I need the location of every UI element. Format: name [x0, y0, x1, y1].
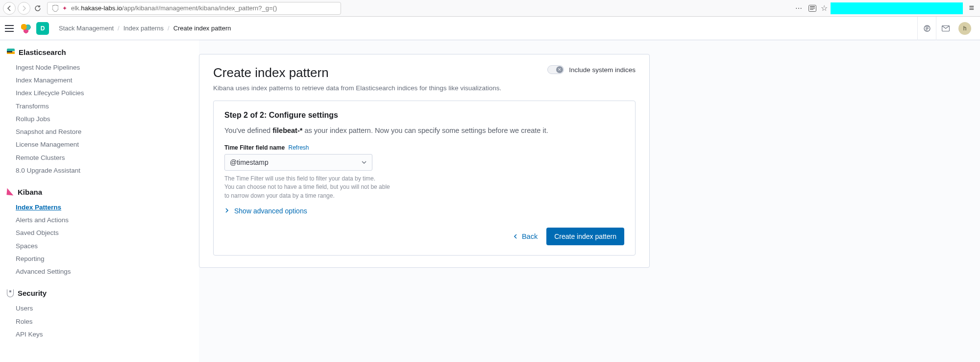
security-shield-icon	[7, 289, 14, 297]
sidebar-item-api-keys[interactable]: API Keys	[7, 328, 189, 341]
field-label-text: Time Filter field name	[224, 144, 285, 151]
sidebar-group-title: Elasticsearch	[19, 48, 66, 56]
sidebar-item-rollup-jobs[interactable]: Rollup Jobs	[7, 113, 189, 126]
step-desc-pre: You've defined	[224, 127, 272, 134]
sidebar-item-license-management[interactable]: License Management	[7, 138, 189, 151]
shield-icon	[51, 3, 59, 14]
nav-toggle-button[interactable]	[5, 23, 16, 34]
sidebar-item-remote-clusters[interactable]: Remote Clusters	[7, 152, 189, 164]
sidebar-group-elasticsearch: Elasticsearch	[7, 48, 189, 56]
sidebar-item-spaces[interactable]: Spaces	[7, 240, 189, 253]
elasticsearch-logo-icon	[7, 49, 15, 56]
browser-reload-button[interactable]	[32, 3, 43, 14]
user-avatar-button[interactable]: h	[958, 22, 971, 35]
breadcrumb-separator: /	[168, 25, 170, 32]
sidebar-item-users[interactable]: Users	[7, 302, 189, 315]
show-advanced-options-label: Show advanced options	[234, 207, 307, 215]
step-card: Step 2 of 2: Configure settings You've d…	[213, 101, 636, 256]
time-filter-field-select[interactable]: @timestamp	[224, 154, 372, 171]
sidebar-group-security: Security	[7, 289, 189, 297]
helper-line-1: The Time Filter will use this field to f…	[224, 175, 375, 182]
show-advanced-options-button[interactable]: Show advanced options	[224, 207, 624, 215]
sidebar-item-index-lifecycle-policies[interactable]: Index Lifecycle Policies	[7, 87, 189, 100]
breadcrumb: Stack Management / Index patterns / Crea…	[59, 25, 231, 32]
breadcrumb-index-patterns[interactable]: Index patterns	[123, 25, 164, 32]
time-filter-field-label: Time Filter field name Refresh	[224, 144, 309, 151]
back-button-label: Back	[522, 233, 538, 240]
step-desc-pattern: filebeat-*	[272, 127, 302, 134]
kibana-logo-icon	[6, 188, 14, 196]
url-subdomain: elk.	[71, 4, 81, 12]
step-description: You've defined filebeat-* as your index …	[224, 127, 624, 134]
reader-view-icon[interactable]	[807, 3, 818, 14]
browser-url-bar[interactable]: ✦ elk.hakase-labs.io/app/kibana#/managem…	[47, 2, 341, 15]
time-filter-field-value: @timestamp	[230, 158, 269, 166]
time-filter-helper-text: The Time Filter will use this field to f…	[224, 175, 391, 200]
step-title: Step 2 of 2: Configure settings	[224, 111, 624, 120]
chevron-down-icon	[361, 159, 367, 165]
sidebar-item-roles[interactable]: Roles	[7, 315, 189, 328]
create-index-pattern-panel: Create index pattern Kibana uses index p…	[199, 54, 650, 268]
browser-url-text: elk.hakase-labs.io/app/kibana#/managemen…	[71, 4, 277, 12]
sidebar-group-title: Security	[18, 289, 47, 297]
bookmark-star-icon[interactable]: ☆	[821, 3, 828, 13]
mail-icon[interactable]	[936, 17, 955, 40]
elastic-logo-icon[interactable]	[21, 23, 31, 34]
sidebar-item-snapshot-and-restore[interactable]: Snapshot and Restore	[7, 126, 189, 138]
sidebar-item-saved-objects[interactable]: Saved Objects	[7, 227, 189, 239]
create-index-pattern-button[interactable]: Create index pattern	[546, 228, 624, 245]
helper-line-2: You can choose not to have a time field,…	[224, 183, 390, 199]
sidebar-item-ingest-node-pipelines[interactable]: Ingest Node Pipelines	[7, 61, 189, 74]
sidebar-item-transforms[interactable]: Transforms	[7, 100, 189, 113]
svg-rect-3	[810, 9, 813, 10]
browser-menu-icon[interactable]: ≡	[966, 3, 977, 13]
browser-back-button[interactable]	[3, 2, 16, 15]
newsfeed-icon[interactable]	[917, 17, 936, 40]
sidebar-group-title: Kibana	[18, 188, 42, 196]
breadcrumb-current: Create index pattern	[173, 25, 231, 32]
browser-chrome: ✦ elk.hakase-labs.io/app/kibana#/managem…	[0, 0, 980, 17]
url-path: /app/kibana#/management/kibana/index_pat…	[122, 4, 277, 12]
step-desc-post: as your index pattern. Now you can speci…	[302, 127, 548, 134]
sidebar-item-advanced-settings[interactable]: Advanced Settings	[7, 265, 189, 278]
sidebar-item-reporting[interactable]: Reporting	[7, 253, 189, 265]
browser-forward-button[interactable]	[18, 2, 30, 15]
sidebar-item-index-management[interactable]: Index Management	[7, 74, 189, 87]
sidebar-item-alerts-and-actions[interactable]: Alerts and Actions	[7, 214, 189, 227]
sidebar-group-kibana: Kibana	[7, 188, 189, 196]
sidebar-item-index-patterns[interactable]: Index Patterns	[7, 201, 189, 214]
svg-rect-1	[810, 6, 815, 7]
space-selector-button[interactable]: D	[36, 22, 49, 35]
refresh-fields-link[interactable]: Refresh	[289, 144, 309, 151]
sidebar-item-8-0-upgrade-assistant[interactable]: 8.0 Upgrade Assistant	[7, 164, 189, 177]
include-system-indices-label: Include system indices	[569, 66, 636, 74]
chevron-left-icon	[513, 233, 518, 239]
url-host: hakase-labs.io	[81, 4, 122, 12]
page-subtitle: Kibana uses index patterns to retrieve d…	[213, 84, 501, 92]
include-system-indices-toggle[interactable]	[547, 65, 564, 74]
chevron-right-icon	[224, 207, 229, 213]
browser-more-icon[interactable]: ⋯	[793, 3, 804, 14]
main-content: Create index pattern Kibana uses index p…	[199, 40, 980, 362]
kibana-top-nav: D Stack Management / Index patterns / Cr…	[0, 17, 980, 40]
browser-extension-area	[831, 2, 963, 14]
page-title: Create index pattern	[213, 65, 501, 80]
back-button[interactable]: Back	[513, 233, 538, 240]
breadcrumb-stack-management[interactable]: Stack Management	[59, 25, 114, 32]
breadcrumb-separator: /	[118, 25, 120, 32]
favicon-icon: ✦	[61, 5, 68, 12]
svg-rect-2	[810, 8, 815, 9]
management-sidebar: ElasticsearchIngest Node PipelinesIndex …	[0, 40, 199, 362]
